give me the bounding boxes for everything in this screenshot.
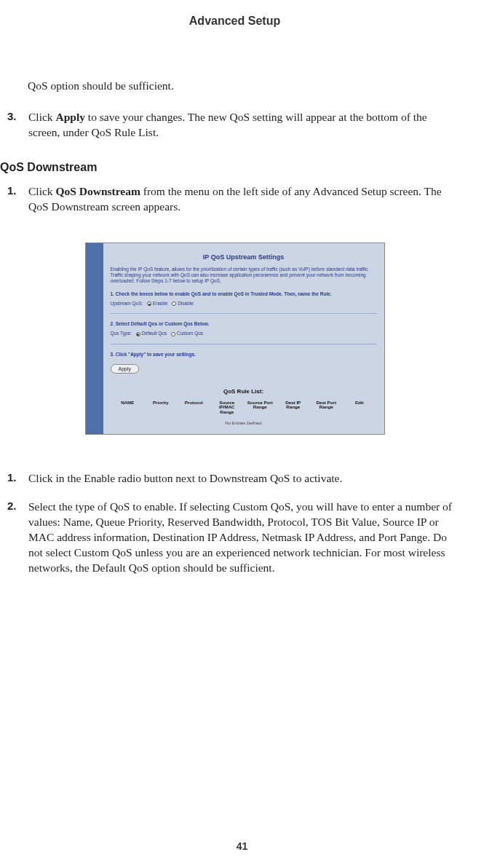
ui-step-3: 3. Click "Apply" to save your settings. xyxy=(111,352,377,357)
lower-step-1-text: Click in the Enable radio button next to… xyxy=(28,471,461,486)
ui-enable: Enable xyxy=(153,301,167,306)
section-step-1-num: 1. xyxy=(7,184,25,197)
lower-step-1-num: 1. xyxy=(7,471,25,484)
col-name: NAME xyxy=(114,401,143,415)
ui-panel: IP QoS Upstream Settings Enabling the IP… xyxy=(85,242,385,435)
step-3-text: Click Apply to save your changes. The ne… xyxy=(28,110,461,141)
ui-default: Default Qos xyxy=(142,331,167,336)
divider xyxy=(111,344,377,344)
ui-qostype-label: Qos Type: xyxy=(111,331,132,336)
col-priority: Priority xyxy=(146,401,175,415)
divider xyxy=(111,313,377,314)
lower-step-1: 1. Click in the Enable radio button next… xyxy=(7,471,469,486)
radio-disable[interactable] xyxy=(172,301,176,306)
sec1-bold: QoS Downstream xyxy=(55,185,140,197)
ui-no-entries: No Entries Defined xyxy=(111,418,377,434)
ui-inner: IP QoS Upstream Settings Enabling the IP… xyxy=(103,243,384,434)
page-number: 41 xyxy=(0,840,484,852)
lower-step-2: 2. Select the type of QoS to enable. If … xyxy=(7,500,469,576)
ui-table-header: NAME Priority Protocol Source IP/MAC Ran… xyxy=(111,401,377,418)
step3-bold: Apply xyxy=(55,111,85,123)
page-header: Advanced Setup xyxy=(0,15,469,28)
ui-description: Enabling the IP QoS feature, allows for … xyxy=(111,267,377,284)
step3-post: to save your changes. The new QoS settin… xyxy=(28,111,427,138)
col-source-port: Source Port Range xyxy=(246,401,275,415)
col-source-ip: Source IP/MAC Range xyxy=(213,401,242,415)
embedded-screenshot: IP QoS Upstream Settings Enabling the IP… xyxy=(85,242,385,435)
col-dest-ip: Dest IP Range xyxy=(279,401,308,415)
intro-fragment: QoS option should be sufficient. xyxy=(28,79,469,94)
section-step-1: 1. Click QoS Downstream from the menu on… xyxy=(7,184,469,215)
ui-rule-list-title: QoS Rule List: xyxy=(111,388,377,395)
section-step-1-text: Click QoS Downstream from the menu on th… xyxy=(28,184,461,215)
ui-custom: Custom Qos xyxy=(177,331,203,336)
ui-title: IP QoS Upstream Settings xyxy=(111,253,377,261)
ui-disable: Disable xyxy=(178,301,194,306)
step-3: 3. Click Apply to save your changes. The… xyxy=(7,110,469,141)
ui-step-1: 1. Check the boxes below to enable QoS a… xyxy=(111,291,377,296)
lower-step-2-text: Select the type of QoS to enable. If sel… xyxy=(28,500,461,576)
lower-step-2-num: 2. xyxy=(7,500,25,512)
sec1-pre: Click xyxy=(28,185,55,197)
ui-upstream-qos-row: Upstream QoS: Enable Disable xyxy=(111,301,377,306)
ui-step-2: 2. Select Default Qos or Custom Qos Belo… xyxy=(111,321,377,326)
col-edit: Edit xyxy=(345,401,374,415)
col-dest-port: Dest Port Range xyxy=(312,401,341,415)
ui-upstream-label: Upstream QoS: xyxy=(111,301,143,306)
ui-qostype-row: Qos Type: Default Qos Custom Qos xyxy=(111,331,377,336)
col-protocol: Protocol xyxy=(180,401,209,415)
apply-button[interactable]: Apply xyxy=(111,364,140,374)
radio-enable[interactable] xyxy=(147,301,151,306)
step-3-num: 3. xyxy=(7,110,25,122)
radio-custom-qos[interactable] xyxy=(171,332,175,336)
section-heading-qos-downstream: QoS Downstream xyxy=(0,161,469,174)
step3-pre: Click xyxy=(28,111,55,123)
radio-default-qos[interactable] xyxy=(136,332,140,336)
